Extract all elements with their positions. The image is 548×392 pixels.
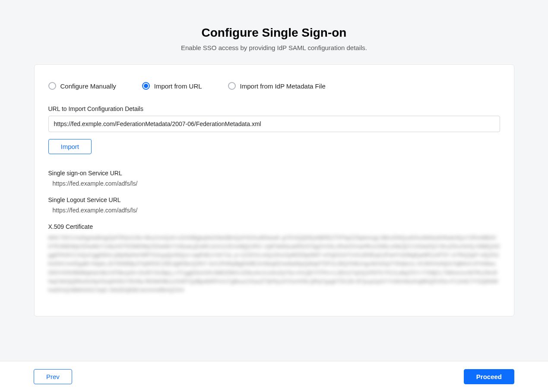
radio-icon (48, 82, 56, 90)
slo-url-label: Single Logout Service URL (48, 196, 500, 203)
radio-configure-manually[interactable]: Configure Manually (48, 82, 116, 90)
radio-import-from-url[interactable]: Import from URL (142, 82, 202, 90)
sso-url-label: Single sign-on Service URL (48, 170, 500, 177)
config-card: Configure Manually Import from URL Impor… (34, 64, 514, 316)
prev-button[interactable]: Prev (34, 369, 72, 384)
proceed-button[interactable]: Proceed (464, 369, 514, 384)
footer-bar: Prev Proceed (0, 361, 548, 392)
cert-label: X.509 Certificate (48, 223, 500, 230)
slo-url-value: https://fed.example.com/adfs/ls/ (48, 207, 500, 214)
import-button[interactable]: Import (48, 139, 92, 154)
cert-value: MIIC7DCCAdSgAwBAgIQdTlPpUc3lx+MuzUmQx5+c… (48, 234, 500, 294)
page-subtitle: Enable SSO access by providing IdP SAML … (0, 44, 548, 51)
radio-import-from-file[interactable]: Import from IdP Metadata File (228, 82, 326, 90)
radio-icon (228, 82, 236, 90)
radio-label: Import from URL (154, 82, 202, 90)
radio-icon (142, 82, 150, 90)
config-mode-radio-group: Configure Manually Import from URL Impor… (48, 82, 500, 90)
url-input[interactable] (48, 116, 500, 132)
radio-label: Configure Manually (60, 82, 116, 90)
radio-label: Import from IdP Metadata File (240, 82, 326, 90)
page-title: Configure Single Sign-on (0, 26, 548, 40)
sso-url-value: https://fed.example.com/adfs/ls/ (48, 180, 500, 187)
url-field-label: URL to Import Configuration Details (48, 105, 500, 112)
